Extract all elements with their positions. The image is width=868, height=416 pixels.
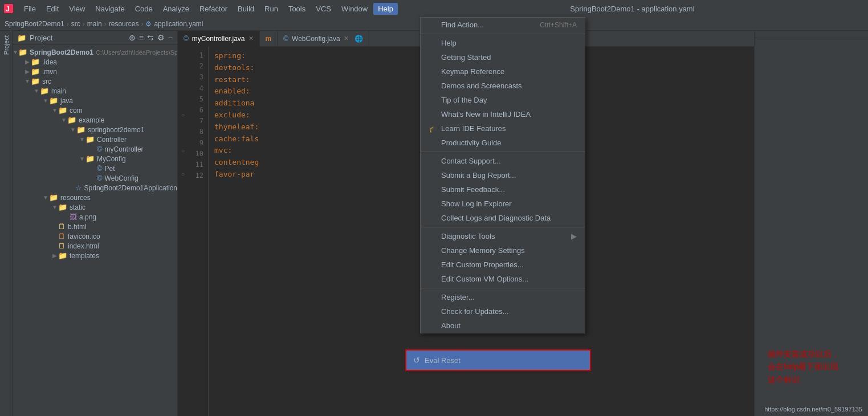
tree-arrow-example: ▼ bbox=[60, 117, 67, 123]
menu-window[interactable]: Window bbox=[337, 3, 372, 15]
tree-arrow-root: ▼ bbox=[13, 49, 18, 55]
menu-help-item[interactable]: Help bbox=[421, 36, 585, 50]
menu-about[interactable]: About bbox=[421, 319, 585, 333]
menu-register[interactable]: Register... bbox=[421, 290, 585, 304]
breadcrumb-main[interactable]: main bbox=[87, 20, 102, 28]
menu-getting-started[interactable]: Getting Started bbox=[421, 50, 585, 64]
menu-view[interactable]: View bbox=[64, 3, 89, 15]
tree-com[interactable]: ▼ 📁 com bbox=[13, 105, 177, 115]
menu-feedback[interactable]: Submit Feedback... bbox=[421, 182, 585, 197]
menu-edit[interactable]: Edit bbox=[42, 3, 63, 15]
tree-apng[interactable]: 🖼 a.png bbox=[13, 212, 177, 222]
tree-webconfig[interactable]: © WebConfig bbox=[13, 173, 177, 183]
tree-main[interactable]: ▼ 📁 main bbox=[13, 86, 177, 96]
tree-templates[interactable]: ▶ 📁 templates bbox=[13, 251, 177, 260]
tab-m[interactable]: m bbox=[260, 31, 278, 47]
menu-demos[interactable]: Demos and Screencasts bbox=[421, 79, 585, 93]
menu-keymap[interactable]: Keymap Reference bbox=[421, 64, 585, 79]
add-icon[interactable]: ⊕ bbox=[129, 33, 136, 42]
tree-pet[interactable]: © Pet bbox=[13, 164, 177, 173]
sidebar-project-label[interactable]: Project bbox=[1, 31, 11, 59]
gutter-6: ○ bbox=[178, 109, 188, 121]
menu-vm-options[interactable]: Edit Custom VM Options... bbox=[421, 272, 585, 286]
collect-logs-label: Collect Logs and Diagnostic Data bbox=[441, 214, 551, 222]
memory-label: Change Memory Settings bbox=[441, 246, 525, 255]
tree-indexhtml[interactable]: 🗒 index.html bbox=[13, 241, 177, 251]
tree-bhtml[interactable]: 🗒 b.html bbox=[13, 222, 177, 231]
png-file-icon: 🖼 bbox=[70, 213, 77, 221]
pet-class-icon: © bbox=[97, 164, 103, 173]
breadcrumb-resources[interactable]: resources bbox=[109, 20, 139, 28]
menu-collect-logs[interactable]: Collect Logs and Diagnostic Data bbox=[421, 211, 585, 225]
menu-run[interactable]: Run bbox=[260, 3, 283, 15]
menu-memory-settings[interactable]: Change Memory Settings bbox=[421, 243, 585, 258]
tree-arrow-com: ▼ bbox=[51, 107, 58, 113]
tree-idea[interactable]: ▶ 📁 .idea bbox=[13, 57, 177, 67]
eval-reset-box[interactable]: ↺ Eval Reset bbox=[405, 349, 591, 371]
gutter-2 bbox=[178, 62, 188, 74]
tree-src[interactable]: ▼ 📁 src bbox=[13, 76, 177, 86]
collapse-icon[interactable]: ⇆ bbox=[147, 33, 154, 42]
tree-favicon[interactable]: 🗒 favicon.ico bbox=[13, 231, 177, 241]
minimize-icon[interactable]: − bbox=[168, 33, 173, 42]
menu-custom-props[interactable]: Edit Custom Properties... bbox=[421, 258, 585, 272]
folder-icon: 📁 bbox=[17, 34, 26, 42]
com-label: com bbox=[70, 107, 83, 115]
menu-contact-support[interactable]: Contact Support... bbox=[421, 154, 585, 168]
app-logo: J bbox=[2, 2, 15, 15]
sep-2 bbox=[421, 152, 585, 152]
controller-folder-icon: 📁 bbox=[85, 135, 95, 144]
tree-java[interactable]: ▼ 📁 java bbox=[13, 96, 177, 105]
menu-learn-ide[interactable]: 🎓 Learn IDE Features bbox=[421, 121, 585, 136]
menu-tools[interactable]: Tools bbox=[284, 3, 310, 15]
tree-controller-folder[interactable]: ▼ 📁 Controller bbox=[13, 134, 177, 144]
menu-help[interactable]: Help bbox=[373, 3, 398, 15]
menu-file[interactable]: File bbox=[19, 3, 40, 15]
panel-title: Project bbox=[30, 34, 125, 42]
tree-mycontroller[interactable]: © myController bbox=[13, 144, 177, 154]
menu-tip-of-day[interactable]: Tip of the Day bbox=[421, 93, 585, 107]
gutter-9: ○ bbox=[178, 145, 188, 157]
menu-bug-report[interactable]: Submit a Bug Report... bbox=[421, 168, 585, 182]
menu-bar: J File Edit View Navigate Code Analyze R… bbox=[0, 0, 868, 17]
menu-vcs[interactable]: VCS bbox=[311, 3, 336, 15]
breadcrumb-file[interactable]: application.yaml bbox=[154, 20, 203, 28]
scroll-icon[interactable]: ≡ bbox=[139, 33, 144, 42]
tree-app-class[interactable]: ☆ SpringBoot2Demo1Application bbox=[13, 183, 177, 193]
menu-find-action[interactable]: Find Action... Ctrl+Shift+A bbox=[421, 18, 585, 32]
learn-icon: 🎓 bbox=[429, 124, 439, 133]
tree-arrow-main: ▼ bbox=[33, 88, 40, 94]
settings-icon[interactable]: ⚙ bbox=[157, 33, 165, 42]
menu-diagnostic-tools[interactable]: Diagnostic Tools ▶ bbox=[421, 229, 585, 243]
bhtml-label: b.html bbox=[68, 223, 87, 231]
tab-mycontroller[interactable]: © myController.java ✕ bbox=[178, 31, 260, 47]
menu-show-log[interactable]: Show Log in Explorer bbox=[421, 197, 585, 211]
tree-mvn[interactable]: ▶ 📁 .mvn bbox=[13, 67, 177, 76]
tree-arrow-controller: ▼ bbox=[79, 136, 85, 142]
tree-example[interactable]: ▼ 📁 example bbox=[13, 115, 177, 125]
tree-arrow-idea: ▶ bbox=[24, 59, 31, 65]
eval-reset-icon: ↺ bbox=[413, 356, 420, 365]
tree-static-folder[interactable]: ▼ 📁 static bbox=[13, 202, 177, 212]
tree-root[interactable]: ▼ 📁 SpringBoot2Demo1 C:\Users\zdh\IdeaPr… bbox=[13, 47, 177, 57]
tree-myconfig-folder[interactable]: ▼ 📁 MyConfig bbox=[13, 154, 177, 164]
bug-label: Submit a Bug Report... bbox=[441, 171, 516, 180]
tab-webconfig[interactable]: © WebConfig.java ✕ 🌐 bbox=[278, 31, 369, 47]
menu-check-updates[interactable]: Check for Updates... bbox=[421, 304, 585, 319]
tab-webconfig-extra: 🌐 bbox=[354, 35, 363, 43]
tab-close-webconfig[interactable]: ✕ bbox=[344, 35, 349, 42]
menu-whats-new[interactable]: What's New in IntelliJ IDEA bbox=[421, 107, 585, 121]
myconfig-label: MyConfig bbox=[97, 155, 126, 163]
menu-code[interactable]: Code bbox=[131, 3, 157, 15]
yaml-icon: ⚙ bbox=[145, 20, 152, 28]
menu-build[interactable]: Build bbox=[233, 3, 259, 15]
menu-navigate[interactable]: Navigate bbox=[91, 3, 129, 15]
tree-resources-folder[interactable]: ▼ 📁 resources bbox=[13, 193, 177, 202]
menu-refactor[interactable]: Refactor bbox=[195, 3, 232, 15]
tab-close-mycontroller[interactable]: ✕ bbox=[248, 35, 254, 42]
menu-analyze[interactable]: Analyze bbox=[158, 3, 194, 15]
tree-springboot2demo1[interactable]: ▼ 📁 springboot2demo1 bbox=[13, 125, 177, 134]
breadcrumb-project[interactable]: SpringBoot2Demo1 bbox=[5, 20, 64, 28]
breadcrumb-src[interactable]: src bbox=[71, 20, 80, 28]
menu-productivity[interactable]: Productivity Guide bbox=[421, 136, 585, 150]
